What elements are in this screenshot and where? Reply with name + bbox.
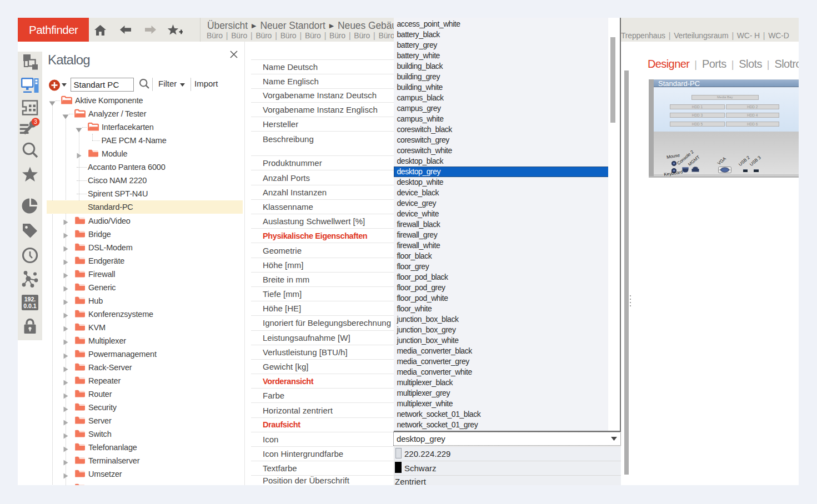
- svg-text:0.0.1: 0.0.1: [23, 303, 37, 309]
- svg-text:3: 3: [34, 118, 37, 125]
- svg-text:192.: 192.: [24, 296, 36, 303]
